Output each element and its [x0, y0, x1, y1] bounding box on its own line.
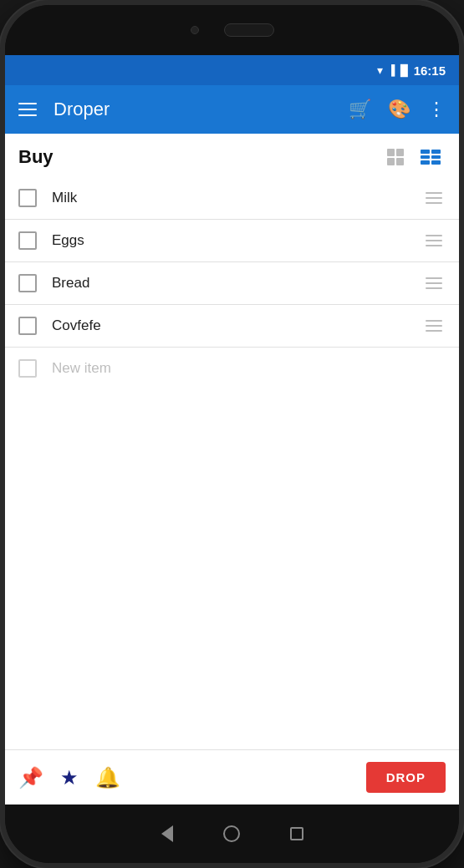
item-3-drag-handle[interactable] [422, 274, 446, 292]
status-bar: ▾ ▐ ▉ 16:15 [5, 55, 459, 85]
list-item: Eggs [5, 220, 459, 262]
item-2-text: Eggs [52, 232, 422, 249]
app-title: Droper [54, 99, 349, 120]
item-1-checkbox[interactable] [18, 189, 37, 207]
item-1-text: Milk [52, 190, 422, 206]
phone-frame: ▾ ▐ ▉ 16:15 Droper 🛒 🎨 ⋮ Bu [0, 0, 464, 868]
list-title: Buy [18, 146, 54, 168]
cart-icon[interactable]: 🛒 [349, 99, 371, 120]
status-icons: ▾ ▐ ▉ 16:15 [377, 63, 446, 78]
app-bar-icons: 🛒 🎨 ⋮ [349, 99, 446, 120]
list-items: Milk Eggs Bread [5, 177, 459, 749]
item-2-drag-handle[interactable] [422, 231, 446, 250]
list-item: Covfefe [5, 305, 459, 348]
battery-icon: ▉ [400, 64, 409, 77]
item-4-drag-handle[interactable] [422, 317, 446, 335]
phone-bottom-bezel [5, 805, 459, 863]
camera [191, 26, 199, 34]
app-bar: Droper 🛒 🎨 ⋮ [5, 85, 459, 134]
new-item-placeholder[interactable]: New item [52, 360, 111, 377]
pin-icon[interactable]: 📌 [18, 766, 43, 789]
home-button[interactable] [223, 825, 240, 842]
bell-icon[interactable]: 🔔 [95, 766, 120, 789]
star-icon[interactable]: ★ [60, 766, 79, 789]
item-2-checkbox[interactable] [18, 231, 37, 250]
new-item-checkbox [18, 359, 37, 378]
palette-icon[interactable]: 🎨 [388, 99, 410, 120]
wifi-icon: ▾ [377, 63, 383, 77]
status-time: 16:15 [414, 63, 446, 78]
item-4-checkbox[interactable] [18, 317, 37, 335]
list-item: Bread [5, 262, 459, 305]
menu-icon[interactable] [18, 103, 37, 116]
bottom-actions: 📌 ★ 🔔 [18, 766, 366, 789]
grid-view-button[interactable] [382, 145, 409, 169]
phone-top-bezel [5, 5, 459, 55]
list-view-icon [421, 150, 441, 165]
item-4-text: Covfefe [52, 317, 422, 334]
new-item-row: New item [5, 348, 459, 389]
item-3-checkbox[interactable] [18, 274, 37, 292]
item-1-drag-handle[interactable] [422, 189, 446, 207]
view-toggles [382, 145, 446, 169]
signal-icon: ▐ [388, 64, 395, 76]
list-view-button[interactable] [416, 145, 446, 169]
list-item: Milk [5, 177, 459, 220]
speaker [224, 23, 274, 37]
grid-view-icon [387, 149, 404, 165]
more-options-icon[interactable]: ⋮ [427, 99, 446, 120]
item-3-text: Bread [52, 275, 422, 292]
back-button[interactable] [161, 825, 173, 842]
content: Buy [5, 134, 459, 805]
bottom-bar: 📌 ★ 🔔 DROP [5, 749, 459, 805]
drop-button[interactable]: DROP [366, 762, 446, 793]
screen: ▾ ▐ ▉ 16:15 Droper 🛒 🎨 ⋮ Bu [5, 55, 459, 805]
recents-button[interactable] [290, 827, 303, 840]
list-header: Buy [5, 134, 459, 177]
